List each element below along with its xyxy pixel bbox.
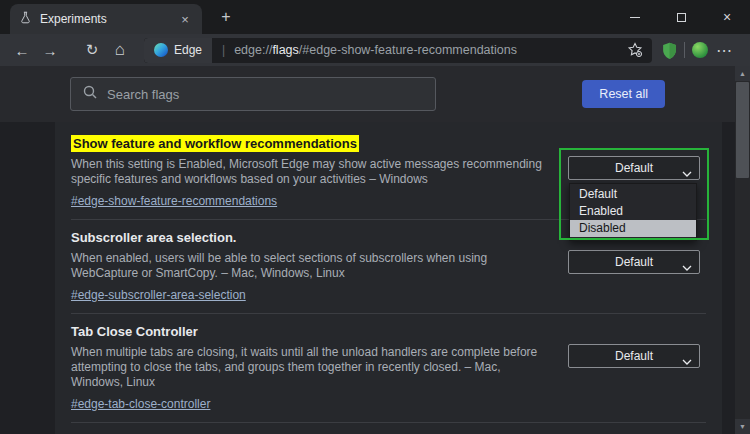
scroll-down-icon[interactable]: ▼ [735,419,750,434]
flags-header: Reset all [0,66,750,122]
flag-dropdown[interactable]: Default [568,344,700,368]
edge-logo-icon [154,43,168,57]
chevron-down-icon [682,354,692,368]
flag-description: When multiple tabs are closing, it waits… [71,345,543,390]
flag-title: Show feature and workflow recommendation… [71,136,552,151]
flags-content: Show feature and workflow recommendation… [0,122,750,434]
navbar-divider [684,42,685,58]
flag-description: When enabled, users will be able to sele… [71,251,543,281]
flag-title: Subscroller area selection. [71,230,552,245]
flag-row-tab-groups: Tab Groups [71,423,706,434]
search-box[interactable] [70,77,436,111]
back-icon[interactable]: ← [8,37,36,63]
url-host: flags [272,43,298,57]
flag-dropdown[interactable]: Default [568,250,700,274]
scrollbar-track[interactable] [735,81,750,419]
flag-settings-star-icon[interactable] [627,42,643,58]
maximize-icon [677,13,686,22]
address-separator: | [222,43,225,57]
chevron-down-icon [682,166,692,180]
edge-badge-label: Edge [174,43,202,57]
dropdown-option-default[interactable]: Default [570,186,696,203]
tab-close-icon[interactable]: × [177,11,193,27]
scrollbar-thumb[interactable] [736,82,749,178]
refresh-icon[interactable]: ↻ [78,37,106,63]
window-controls: × [612,0,750,34]
navbar: ← → ↻ ⌂ Edge | edge://flags/#edge-show-f… [0,34,750,66]
search-input[interactable] [107,87,423,102]
flag-row-show-feature-recommendations: Show feature and workflow recommendation… [71,126,706,220]
forward-icon[interactable]: → [36,37,64,63]
dropdown-menu: Default Enabled Disabled [569,183,697,241]
dropdown-option-disabled[interactable]: Disabled [570,220,696,237]
dropdown-option-enabled[interactable]: Enabled [570,203,696,220]
flag-permalink[interactable]: #edge-subscroller-area-selection [71,288,246,303]
browser-window: Experiments × + × ← → ↻ ⌂ Edge | edge://… [0,0,750,434]
scrollbar[interactable]: ▲ ▼ [735,66,750,434]
url-scheme: edge:// [234,43,272,57]
flag-title: Tab Close Controller [71,324,552,339]
flag-permalink[interactable]: #edge-tab-close-controller [71,397,210,412]
flask-icon [19,10,32,28]
extension-icon[interactable] [692,42,708,58]
flag-dropdown[interactable]: Default [568,156,700,180]
address-bar[interactable]: Edge | edge://flags/#edge-show-feature-r… [144,38,652,63]
url-path: /#edge-show-feature-recommendations [299,43,517,57]
search-icon [83,85,97,103]
url-text: edge://flags/#edge-show-feature-recommen… [234,43,517,57]
minimize-button[interactable] [612,0,658,34]
reset-all-button[interactable]: Reset all [582,80,665,108]
minimize-icon [630,17,640,18]
flags-card: Show feature and workflow recommendation… [55,122,722,434]
flag-permalink[interactable]: #edge-show-feature-recommendations [71,194,277,209]
flags-page: Reset all Show feature and workflow reco… [0,66,750,434]
tab-experiments[interactable]: Experiments × [10,4,202,34]
search-highlight: Show feature and workflow recommendation… [71,135,359,152]
close-button[interactable]: × [704,0,750,34]
ellipsis-menu-icon[interactable]: ⋯ [716,41,732,60]
scroll-up-icon[interactable]: ▲ [735,66,750,81]
home-icon[interactable]: ⌂ [106,37,134,63]
chevron-down-icon [682,260,692,274]
tracking-shield-icon[interactable] [662,42,677,59]
flag-row-tab-close-controller: Tab Close Controller When multiple tabs … [71,314,706,423]
new-tab-button[interactable]: + [216,7,236,27]
edge-badge: Edge [144,38,212,63]
titlebar: Experiments × + × [0,0,750,34]
flag-description: When this setting is Enabled, Microsoft … [71,157,543,187]
tab-title: Experiments [40,12,169,26]
maximize-button[interactable] [658,0,704,34]
